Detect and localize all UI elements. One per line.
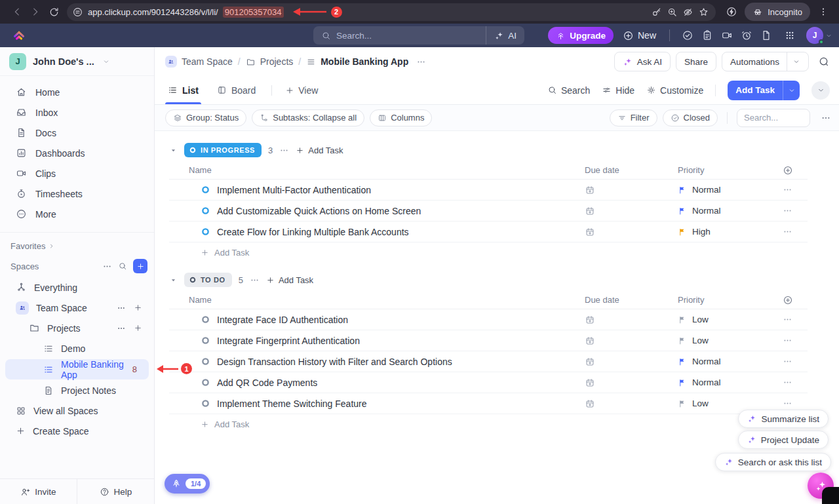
help-button[interactable]: Help — [77, 479, 154, 504]
browser-forward-button[interactable] — [26, 3, 45, 21]
status-donut-icon[interactable] — [201, 378, 210, 387]
task-row[interactable]: Implement Multi-Factor AuthenticationNor… — [169, 180, 808, 201]
filter-pill-columns[interactable]: Columns — [370, 109, 432, 126]
plus-icon[interactable] — [134, 324, 142, 332]
task-more-icon[interactable] — [781, 206, 808, 216]
task-more-icon[interactable] — [781, 185, 808, 195]
status-donut-icon[interactable] — [201, 206, 210, 216]
due-date-cell[interactable] — [585, 185, 678, 195]
task-row[interactable]: Integrate Face ID AuthenticationLow — [169, 309, 808, 330]
priority-cell[interactable]: Low — [678, 398, 781, 408]
task-row[interactable]: Add Customizable Quick Actions on Home S… — [169, 201, 808, 222]
site-info-icon[interactable] — [72, 7, 83, 18]
toolbar-hide-button[interactable]: Hide — [602, 85, 634, 96]
plus-icon[interactable] — [134, 303, 142, 312]
browser-menu-button[interactable] — [814, 3, 832, 21]
toolbar-customize-button[interactable]: Customize — [646, 85, 703, 96]
priority-cell[interactable]: Normal — [678, 378, 781, 387]
spaces-more-icon[interactable] — [102, 262, 112, 271]
sidebar-item-projects[interactable]: Projects — [0, 318, 154, 338]
onboarding-progress-pill[interactable]: 1/4 — [165, 474, 210, 494]
task-more-icon[interactable] — [781, 227, 808, 237]
account-menu[interactable]: J — [806, 27, 832, 44]
filter-pill-closed[interactable]: Closed — [663, 109, 718, 126]
more-icon[interactable] — [117, 303, 126, 313]
check-circle-button[interactable] — [678, 26, 697, 45]
sidebar-item-home[interactable]: Home — [0, 82, 154, 102]
tab-list[interactable]: List — [165, 76, 201, 104]
sidebar-item-demo[interactable]: Demo — [0, 338, 154, 359]
address-bar[interactable]: app.clickup.com/9012443286/v/l/li/ 90120… — [67, 3, 716, 21]
bookmark-star-icon[interactable] — [698, 7, 709, 18]
video-button[interactable] — [717, 26, 737, 45]
task-more-icon[interactable] — [781, 357, 808, 366]
filter-more-icon[interactable] — [821, 113, 831, 123]
floating-button-project-update[interactable]: Project Update — [738, 431, 829, 449]
status-donut-icon[interactable] — [201, 315, 210, 324]
collapse-toolbar-button[interactable] — [811, 81, 830, 100]
sidebar-item-docs[interactable]: Docs — [0, 123, 154, 143]
status-donut-icon[interactable] — [201, 227, 210, 237]
share-button[interactable]: Share — [676, 52, 716, 71]
status-donut-icon[interactable] — [201, 357, 210, 366]
due-date-cell[interactable] — [585, 206, 678, 216]
clipboard-button[interactable] — [697, 26, 717, 45]
task-row[interactable]: Create Flow for Linking Multiple Bank Ac… — [169, 222, 808, 242]
add-task-button[interactable]: Add Task — [728, 81, 800, 100]
invite-button[interactable]: Invite — [0, 479, 77, 504]
sidebar-item-project-notes[interactable]: Project Notes — [0, 380, 154, 400]
global-search[interactable]: Search... AI — [313, 26, 524, 45]
sidebar-item-more[interactable]: More — [0, 204, 154, 224]
tab-board[interactable]: Board — [214, 76, 258, 104]
browser-back-button[interactable] — [8, 3, 26, 21]
priority-cell[interactable]: Normal — [678, 206, 781, 216]
new-button[interactable]: New — [617, 30, 661, 41]
due-date-cell[interactable] — [585, 315, 678, 325]
filter-pill-subtasks-collapse-all[interactable]: Subtasks: Collapse all — [252, 109, 364, 126]
status-donut-icon[interactable] — [201, 336, 210, 345]
breadcrumb-item-mobile-banking-app[interactable]: Mobile Banking App — [306, 56, 408, 67]
due-date-cell[interactable] — [585, 227, 678, 237]
priority-cell[interactable]: Low — [678, 336, 781, 345]
zoom-icon[interactable] — [667, 7, 678, 18]
avatar[interactable]: J — [806, 27, 823, 44]
due-date-cell[interactable] — [585, 378, 678, 388]
global-search-main[interactable]: Search... — [313, 31, 486, 41]
file-button[interactable] — [756, 26, 776, 45]
due-date-cell[interactable] — [585, 336, 678, 346]
breadcrumb-item-projects[interactable]: Projects — [246, 56, 294, 67]
clickup-logo-icon[interactable] — [12, 28, 26, 43]
task-more-icon[interactable] — [781, 378, 808, 387]
sidebar-item-clips[interactable]: Clips — [0, 163, 154, 184]
task-more-icon[interactable] — [781, 336, 808, 345]
add-task-dropdown[interactable] — [783, 81, 800, 100]
list-search-input[interactable] — [737, 109, 810, 127]
task-row[interactable]: Add QR Code PaymentsNormal — [169, 372, 808, 393]
add-task-footer-button[interactable]: Add Task — [169, 242, 808, 262]
activity-icon[interactable] — [818, 56, 830, 68]
priority-cell[interactable]: High — [678, 227, 781, 237]
automations-button[interactable]: Automations — [722, 52, 809, 71]
group-add-task-button[interactable]: Add Task — [296, 145, 343, 155]
breadcrumb-item-team-space[interactable]: Team Space — [165, 56, 233, 68]
task-row[interactable]: Implement Theme Switching FeatureLow — [169, 393, 808, 414]
automations-dropdown[interactable] — [787, 52, 800, 71]
group-more-icon[interactable] — [279, 145, 289, 155]
add-view-button[interactable]: View — [285, 85, 318, 96]
breadcrumb-more-icon[interactable] — [416, 57, 426, 67]
eye-off-icon[interactable] — [682, 7, 693, 18]
priority-cell[interactable]: Low — [678, 315, 781, 324]
filter-pill-group-status[interactable]: Group: Status — [165, 109, 246, 126]
status-donut-icon[interactable] — [201, 185, 210, 195]
sidebar-item-inbox[interactable]: Inbox — [0, 102, 154, 123]
sidebar-item-mobile-banking-app[interactable]: Mobile Banking App8 — [5, 359, 149, 379]
add-column-button[interactable] — [781, 165, 808, 176]
task-more-icon[interactable] — [781, 398, 808, 408]
browser-reload-button[interactable] — [45, 3, 63, 21]
alarm-button[interactable] — [737, 26, 756, 45]
sidebar-item-view-all-spaces[interactable]: View all Spaces — [0, 400, 154, 421]
ai-button[interactable]: AI — [486, 26, 524, 45]
spaces-search-icon[interactable] — [118, 262, 127, 271]
collapse-caret-icon[interactable] — [169, 276, 178, 284]
add-column-button[interactable] — [781, 295, 808, 305]
